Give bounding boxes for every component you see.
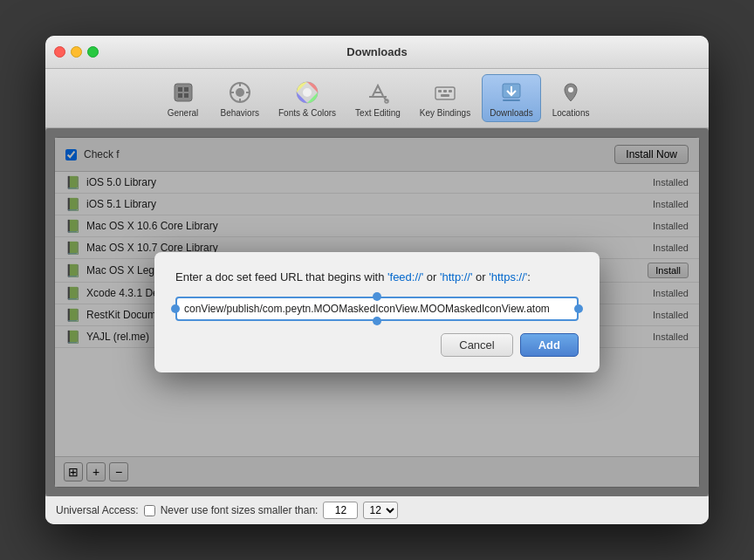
svg-rect-1 [178, 87, 182, 92]
svg-point-24 [568, 87, 573, 92]
minimize-button[interactable] [71, 46, 82, 58]
toolbar-label-locations: Locations [552, 108, 590, 118]
universal-access-label: Universal Access: [56, 504, 139, 516]
modal-feed-highlight: 'feed://' [387, 270, 423, 283]
modal-prompt: Enter a doc set feed URL that begins wit… [175, 270, 579, 285]
font-size-select[interactable]: 12 14 [363, 502, 398, 519]
main-window: Downloads General [45, 36, 709, 524]
toolbar-item-locations[interactable]: Locations [545, 74, 598, 122]
add-button[interactable]: Add [520, 333, 579, 357]
svg-point-12 [303, 88, 312, 97]
svg-rect-20 [441, 94, 449, 97]
modal-or2: or [472, 270, 489, 283]
close-button[interactable] [54, 46, 65, 58]
modal-colon: : [527, 270, 531, 283]
top-resize-dot [373, 292, 381, 301]
right-resize-dot [574, 304, 583, 313]
add-feed-modal: Enter a doc set feed URL that begins wit… [154, 252, 600, 372]
svg-rect-2 [184, 87, 188, 92]
toolbar-item-key-bindings[interactable]: Key Bindings [412, 74, 478, 122]
downloads-icon [497, 79, 525, 106]
never-use-font-label: Never use font sizes smaller than: [161, 504, 319, 516]
bottom-resize-dot [373, 317, 381, 325]
left-resize-dot [171, 304, 180, 313]
cancel-button[interactable]: Cancel [441, 333, 512, 357]
content-area: Check f Install Now 📗 iOS 5.0 Library In… [45, 128, 709, 496]
toolbar-item-fonts-colors[interactable]: Fonts & Colors [271, 74, 344, 122]
traffic-lights [54, 46, 99, 58]
modal-buttons: Cancel Add [175, 333, 579, 357]
toolbar-label-behaviors: Behaviors [221, 108, 259, 118]
text-editing-icon [364, 79, 392, 106]
locations-icon [557, 79, 585, 106]
toolbar-label-key-bindings: Key Bindings [420, 108, 470, 118]
modal-https-highlight: 'https://' [489, 270, 527, 283]
svg-rect-4 [184, 93, 188, 98]
titlebar: Downloads [45, 36, 709, 69]
svg-rect-0 [175, 84, 192, 101]
window-title: Downloads [346, 45, 407, 58]
svg-rect-3 [178, 93, 182, 98]
font-size-input[interactable] [323, 502, 358, 519]
toolbar-item-behaviors[interactable]: Behaviors [213, 74, 267, 122]
svg-rect-18 [443, 90, 447, 92]
toolbar-item-general[interactable]: General [157, 74, 209, 122]
svg-rect-19 [449, 90, 452, 92]
modal-prompt-text: Enter a doc set feed URL that begins wit… [175, 270, 387, 283]
never-use-font-checkbox[interactable] [144, 505, 155, 516]
behaviors-icon [226, 79, 254, 106]
toolbar-item-text-editing[interactable]: Text Editing [347, 74, 408, 122]
key-bindings-icon [431, 79, 459, 106]
svg-rect-16 [435, 87, 455, 99]
toolbar-label-downloads: Downloads [490, 108, 532, 118]
toolbar-label-fonts-colors: Fonts & Colors [278, 108, 336, 118]
footer-bar: Universal Access: Never use font sizes s… [45, 496, 709, 524]
toolbar-label-text-editing: Text Editing [355, 108, 401, 118]
toolbar-item-downloads[interactable]: Downloads [482, 74, 540, 122]
svg-rect-17 [438, 90, 442, 92]
modal-overlay: Enter a doc set feed URL that begins wit… [45, 128, 709, 496]
modal-input-wrapper [175, 297, 579, 321]
general-icon [169, 79, 197, 106]
modal-http-highlight: 'http://' [440, 270, 472, 283]
modal-or1: or [423, 270, 440, 283]
fonts-colors-icon [293, 79, 321, 106]
toolbar: General Behaviors [45, 69, 709, 128]
svg-rect-23 [503, 99, 520, 101]
maximize-button[interactable] [87, 46, 99, 58]
svg-point-6 [236, 88, 244, 97]
svg-rect-13 [369, 96, 387, 98]
toolbar-label-general: General [168, 108, 199, 118]
